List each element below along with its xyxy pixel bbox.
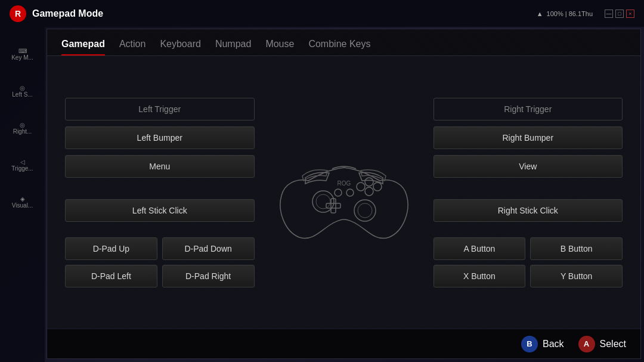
sidebar-item-visual[interactable]: ◈ Visual... <box>5 196 41 209</box>
sidebar-item-rightstick[interactable]: ◎ Right... <box>5 122 41 135</box>
left-trigger-button[interactable]: Left Trigger <box>65 98 255 120</box>
spacer-left <box>65 184 255 193</box>
sidebar-icon-leftstick: ◎ <box>5 85 41 91</box>
spacer-right <box>434 184 623 193</box>
right-bumper-button[interactable]: Right Bumper <box>434 126 623 149</box>
svg-point-1 <box>316 194 330 209</box>
x-button[interactable]: X Button <box>434 265 526 287</box>
a-button[interactable]: A Button <box>434 237 526 260</box>
svg-point-11 <box>346 189 354 196</box>
bottom-bar: B Back A Select <box>47 329 640 358</box>
tab-numpad[interactable]: Numpad <box>215 39 251 55</box>
window-controls: — □ × <box>605 10 634 18</box>
topbar: R Gamepad Mode ▲ 100% | 86.1Thu — □ × <box>0 0 644 27</box>
sidebar-label-leftstick: Left S... <box>12 91 32 98</box>
svg-point-8 <box>365 178 373 186</box>
svg-point-7 <box>365 187 373 196</box>
close-button[interactable]: × <box>626 10 634 18</box>
gamepad-content: Left Trigger Left Bumper Menu Left Stick… <box>47 56 640 329</box>
sidebar-label-trigger: Trigge... <box>11 165 33 172</box>
left-stick-click-button[interactable]: Left Stick Click <box>65 199 255 222</box>
b-button[interactable]: B Button <box>530 237 623 260</box>
svg-point-9 <box>373 182 382 191</box>
left-buttons-column: Left Trigger Left Bumper Menu Left Stick… <box>65 98 255 287</box>
left-bumper-button[interactable]: Left Bumper <box>65 126 255 149</box>
sidebar-label-keymapping: Key M... <box>11 54 33 61</box>
sidebar-icon-rightstick: ◎ <box>5 122 41 128</box>
sidebar-item-leftstick[interactable]: ◎ Left S... <box>5 85 41 98</box>
svg-point-3 <box>358 203 372 218</box>
select-label: Select <box>600 339 626 349</box>
right-trigger-button[interactable]: Right Trigger <box>434 98 623 120</box>
svg-point-2 <box>354 200 376 221</box>
abxy-grid: A Button B Button X Button Y Button <box>434 237 623 287</box>
tab-combine-keys[interactable]: Combine Keys <box>308 39 370 55</box>
tab-bar: Gamepad Action Keyboard Numpad Mouse Com… <box>47 29 640 56</box>
tab-action[interactable]: Action <box>119 39 145 55</box>
battery-status: 100% | 86.1Thu <box>547 10 593 17</box>
view-button[interactable]: View <box>434 155 623 178</box>
main-modal: Gamepad Action Keyboard Numpad Mouse Com… <box>47 29 641 359</box>
svg-text:ROG: ROG <box>337 180 351 187</box>
tab-mouse[interactable]: Mouse <box>265 39 294 55</box>
dpad-up-button[interactable]: D-Pad Up <box>65 237 157 260</box>
dpad-down-button[interactable]: D-Pad Down <box>162 237 255 260</box>
right-buttons-column: Right Trigger Right Bumper View Right St… <box>434 98 623 287</box>
tab-gamepad[interactable]: Gamepad <box>61 39 105 55</box>
svg-point-6 <box>357 182 365 191</box>
dpad-right-button[interactable]: D-Pad Right <box>162 265 255 287</box>
back-action[interactable]: B Back <box>521 336 564 352</box>
select-action[interactable]: A Select <box>578 336 626 352</box>
menu-button[interactable]: Menu <box>65 155 255 178</box>
rog-logo: R <box>10 5 26 22</box>
maximize-button[interactable]: □ <box>615 10 624 18</box>
tab-keyboard[interactable]: Keyboard <box>160 39 201 55</box>
sidebar-item-trigger[interactable]: ◁ Trigge... <box>5 159 41 172</box>
topbar-left: R Gamepad Mode <box>10 5 103 22</box>
sidebar: ⌨ Key M... ◎ Left S... ◎ Right... ◁ Trig… <box>0 0 45 362</box>
sidebar-label-visual: Visual... <box>12 202 33 209</box>
status-icons: ▲ 100% | 86.1Thu <box>537 10 593 17</box>
svg-point-10 <box>335 189 342 196</box>
sidebar-icon-trigger: ◁ <box>5 159 41 165</box>
back-label: Back <box>543 339 564 349</box>
spacer-right2 <box>434 228 623 231</box>
minimize-button[interactable]: — <box>605 10 613 18</box>
sidebar-label-rightstick: Right... <box>13 128 32 135</box>
app-title: Gamepad Mode <box>32 8 103 19</box>
sidebar-icon-keymapping: ⌨ <box>5 48 41 54</box>
sidebar-icon-visual: ◈ <box>5 196 41 202</box>
dpad-left-button[interactable]: D-Pad Left <box>65 265 157 287</box>
dpad-grid: D-Pad Up D-Pad Down D-Pad Left D-Pad Rig… <box>65 237 255 287</box>
sidebar-item-keymapping[interactable]: ⌨ Key M... <box>5 48 41 61</box>
spacer-left2 <box>65 228 255 231</box>
topbar-right: ▲ 100% | 86.1Thu — □ × <box>537 10 634 18</box>
select-icon: A <box>578 336 595 352</box>
right-stick-click-button[interactable]: Right Stick Click <box>434 199 623 222</box>
back-icon: B <box>521 336 538 352</box>
y-button[interactable]: Y Button <box>530 265 623 287</box>
wifi-icon: ▲ <box>537 10 543 17</box>
controller-image: ROG <box>267 133 422 252</box>
